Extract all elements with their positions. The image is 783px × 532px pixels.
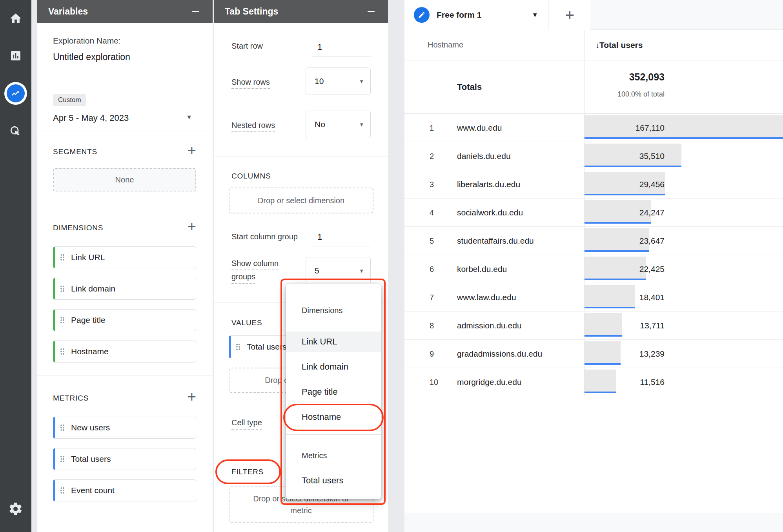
menu-item-label: Hostname (302, 412, 341, 422)
table-row[interactable]: 5 studentaffairs.du.edu 23,647 (404, 227, 783, 255)
metric-chip-label: New users (71, 423, 110, 432)
table-row[interactable]: 8 admission.du.edu 13,711 (404, 312, 783, 340)
menu-item-hostname[interactable]: Hostname (286, 407, 381, 427)
reports-icon[interactable] (0, 49, 31, 62)
date-range-value[interactable]: Apr 5 - May 4, 2023 (53, 113, 129, 123)
row-hostname: morgridge.du.edu (457, 368, 522, 396)
explore-icon-active[interactable] (4, 82, 27, 105)
divider (37, 131, 213, 131)
left-nav-rail (0, 0, 31, 532)
divider (214, 157, 388, 157)
row-rank: 10 (430, 368, 438, 396)
drag-handle-icon[interactable] (236, 343, 240, 350)
show-rows-select[interactable]: 10 ▼ (306, 67, 371, 95)
tab-free-form-1[interactable]: Free form 1 ▾ (404, 0, 548, 30)
exploration-name-label: Exploration Name: (53, 36, 121, 46)
date-range-badge: Custom (53, 94, 86, 106)
metric-chip-label: Event count (71, 486, 115, 495)
chevron-down-icon[interactable]: ▼ (186, 114, 192, 121)
chevron-down-icon[interactable]: ▾ (533, 0, 537, 30)
dimension-chip-label: Page title (71, 315, 106, 325)
dimension-chip-label: Hostname (71, 347, 109, 356)
start-row-label: Start row (231, 42, 263, 51)
drag-handle-icon[interactable] (60, 348, 65, 355)
show-rows-value: 10 (315, 77, 324, 86)
home-icon[interactable] (0, 12, 31, 25)
start-column-group-label: Start column group (231, 232, 298, 241)
column-header-label: Total users (599, 40, 643, 49)
tab-settings-panel-title: Tab Settings (225, 6, 278, 17)
start-column-group-input[interactable]: 1 (312, 228, 371, 246)
menu-item-total-users[interactable]: Total users (286, 470, 381, 491)
add-metric-button[interactable]: + (188, 389, 196, 404)
dimension-chip[interactable]: Link URL (53, 246, 196, 268)
row-hostname: gradadmissions.du.edu (457, 340, 542, 368)
row-value: 29,456 (585, 170, 665, 199)
drag-handle-icon[interactable] (60, 424, 65, 431)
exploration-name-value[interactable]: Untitled exploration (53, 52, 130, 62)
dimension-chip[interactable]: Page title (53, 309, 196, 331)
minimize-icon[interactable] (190, 6, 202, 18)
dimension-chip[interactable]: Hostname (53, 341, 196, 363)
metric-chip[interactable]: Event count (53, 479, 196, 501)
minimize-icon[interactable] (365, 6, 377, 18)
drag-handle-icon[interactable] (60, 487, 65, 494)
row-value: 13,711 (585, 312, 665, 340)
add-segment-button[interactable]: + (188, 143, 196, 158)
row-rank: 8 (430, 312, 434, 340)
totals-value: 352,093 (585, 71, 665, 83)
table-row[interactable]: 3 liberalarts.du.edu 29,456 (404, 170, 783, 199)
menu-item-link-domain[interactable]: Link domain (286, 357, 381, 377)
totals-row: Totals 352,093 100.0% of total (404, 60, 783, 114)
row-value: 35,510 (585, 142, 665, 170)
row-hostname: socialwork.du.edu (457, 199, 523, 227)
tab-settings-panel-header: Tab Settings (214, 0, 388, 23)
metric-chip[interactable]: Total users (53, 448, 196, 470)
segments-drop-zone[interactable]: None (53, 168, 196, 191)
field-select-menu: Dimensions Link URL Link domain Page tit… (286, 284, 381, 499)
table-row[interactable]: 4 socialwork.du.edu 24,247 (404, 199, 783, 227)
column-header-total-users[interactable]: ↓Total users (595, 30, 643, 60)
table-row[interactable]: 10 morgridge.du.edu 11,516 (404, 368, 783, 396)
row-rank: 2 (430, 142, 434, 170)
table-row[interactable]: 2 daniels.du.edu 35,510 (404, 142, 783, 170)
start-column-group-value: 1 (317, 232, 322, 242)
segments-label: SEGMENTS (53, 148, 97, 156)
settings-gear-icon[interactable] (0, 501, 31, 516)
show-column-groups-select[interactable]: 5 ▼ (306, 257, 371, 284)
menu-item-page-title[interactable]: Page title (286, 382, 381, 402)
tab-label: Free form 1 (437, 0, 481, 30)
menu-item-label: Page title (302, 387, 338, 397)
table-row[interactable]: 6 korbel.du.edu 22,425 (404, 255, 783, 283)
chevron-down-icon: ▼ (359, 122, 364, 128)
start-row-input[interactable]: 1 (312, 38, 371, 56)
drag-handle-icon[interactable] (60, 455, 65, 463)
drag-handle-icon[interactable] (60, 317, 65, 324)
table-row[interactable]: 1 www.du.edu 167,110 (404, 114, 783, 142)
drag-handle-icon[interactable] (60, 254, 65, 261)
row-value: 11,516 (585, 368, 665, 396)
column-header-hostname[interactable]: Hostname (428, 30, 463, 60)
table-row[interactable]: 9 gradadmissions.du.edu 13,239 (404, 340, 783, 368)
row-hostname: korbel.du.edu (457, 255, 507, 283)
dimension-chip[interactable]: Link domain (53, 278, 196, 300)
menu-item-link-url[interactable]: Link URL (286, 332, 381, 352)
chevron-down-icon: ▼ (359, 268, 364, 274)
divider (37, 375, 213, 375)
menu-item-label: Total users (302, 476, 343, 486)
search-cursor-icon[interactable] (0, 125, 31, 138)
table-row[interactable]: 7 www.law.du.edu 18,401 (404, 283, 783, 312)
start-row-value: 1 (317, 42, 322, 52)
nested-rows-select[interactable]: No ▼ (306, 111, 371, 138)
dimensions-label: DIMENSIONS (53, 224, 103, 232)
drag-handle-icon[interactable] (60, 285, 65, 292)
menu-metrics-header-label: Metrics (302, 451, 327, 460)
row-rank: 7 (430, 283, 434, 312)
row-hostname: daniels.du.edu (457, 142, 511, 170)
add-dimension-button[interactable]: + (188, 219, 196, 234)
row-value: 18,401 (585, 283, 665, 312)
edit-pencil-icon[interactable] (414, 7, 430, 23)
metric-chip[interactable]: New users (53, 417, 196, 439)
add-tab-button[interactable]: + (548, 0, 590, 30)
columns-drop-zone[interactable]: Drop or select dimension (229, 188, 373, 213)
